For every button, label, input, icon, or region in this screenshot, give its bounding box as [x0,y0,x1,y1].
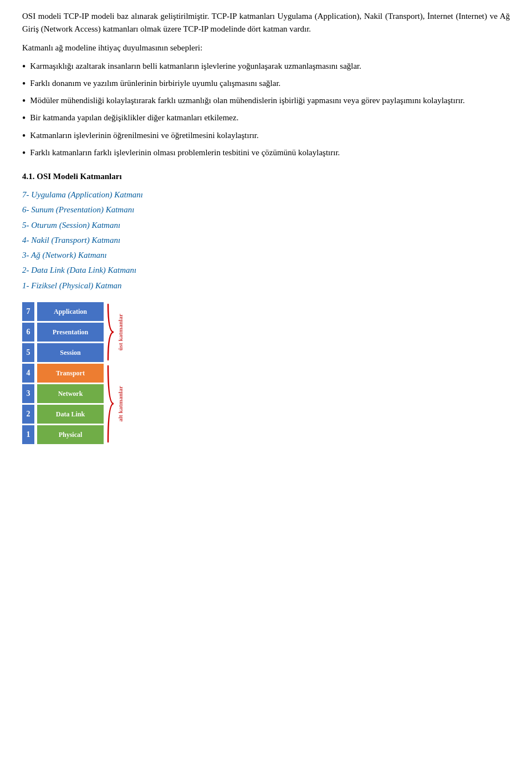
lower-brace-label: alt katmanlar [116,386,125,421]
osi-list: 7- Uygulama (Application) Katmanı6- Sunu… [22,189,510,292]
list-item: Bir katmanda yapılan değişiklikler diğer… [22,111,510,125]
layer-number: 5 [22,343,34,362]
lower-brace-text-wrapper: alt katmanlar [116,386,125,421]
osi-list-item: 6- Sunum (Presentation) Katmanı [22,203,510,216]
bullet-text: Katmanların işlevlerinin öğrenilmesini v… [30,129,258,142]
bullet-text: Mödüler mühendisliği kolaylaştırarak far… [30,94,464,107]
layer-label: Physical [37,425,104,444]
osi-layer-session: 5Session [22,343,104,362]
osi-layer-presentation: 6Presentation [22,323,104,342]
layer-label: Data Link [37,405,104,424]
layer-label: Transport [37,364,104,383]
osi-layers: 7Application6Presentation5Session4Transp… [22,302,104,444]
osi-list-item: 2- Data Link (Data Link) Katmanı [22,264,510,277]
osi-layer-physical: 1Physical [22,425,104,444]
osi-list-item: 3- Ağ (Network) Katmanı [22,249,510,262]
upper-brace-text-wrapper: üst katmanlar [116,314,125,350]
layer-number: 7 [22,302,34,321]
reasons-list: Karmaşıklığı azaltarak insanların belli … [22,60,510,160]
layer-label: Network [37,384,104,403]
osi-list-item: 1- Fiziksel (Physical) Katman [22,279,510,292]
osi-diagram: 7Application6Presentation5Session4Transp… [22,302,150,444]
brace-lower: alt katmanlar [106,364,125,444]
layer-label: Presentation [37,323,104,342]
layer-number: 4 [22,364,34,383]
osi-layer-data-link: 2Data Link [22,405,104,424]
list-item: Mödüler mühendisliği kolaylaştırarak far… [22,94,510,108]
intro-paragraph: OSI modeli TCP-IP modeli baz alınarak ge… [22,10,510,36]
osi-list-item: 4- Nakil (Transport) Katmanı [22,234,510,247]
layer-label: Session [37,343,104,362]
osi-list-item: 7- Uygulama (Application) Katmanı [22,189,510,201]
osi-layer-application: 7Application [22,302,104,321]
section-heading: 4.1. OSI Modeli Katmanları [22,170,510,183]
list-item: Karmaşıklığı azaltarak insanların belli … [22,60,510,74]
bullet-text: Karmaşıklığı azaltarak insanların belli … [30,60,361,73]
list-item: Farklı donanım ve yazılım ürünlerinin bi… [22,77,510,91]
brace-section: üst katmanlar alt katmanlar [106,302,125,444]
bullet-text: Farklı donanım ve yazılım ürünlerinin bi… [30,77,280,90]
layer-number: 6 [22,323,34,342]
osi-layer-transport: 4Transport [22,364,104,383]
list-item: Katmanların işlevlerinin öğrenilmesini v… [22,129,510,143]
upper-brace-label: üst katmanlar [116,314,125,350]
bullet-text: Bir katmanda yapılan değişiklikler diğer… [30,111,238,124]
layer-number: 3 [22,384,34,403]
upper-brace-svg [106,302,116,362]
layer-label: Application [37,302,104,321]
layer-number: 1 [22,425,34,444]
brace-upper: üst katmanlar [106,302,125,362]
reasons-intro: Katmanlı ağ modeline ihtiyaç duyulmasını… [22,42,510,54]
list-item: Farklı katmanların farklı işlevlerinin o… [22,146,510,160]
osi-list-item: 5- Oturum (Session) Katmanı [22,219,510,232]
layer-number: 2 [22,405,34,424]
lower-brace-svg [106,364,116,444]
osi-layer-network: 3Network [22,384,104,403]
bullet-text: Farklı katmanların farklı işlevlerinin o… [30,146,340,159]
